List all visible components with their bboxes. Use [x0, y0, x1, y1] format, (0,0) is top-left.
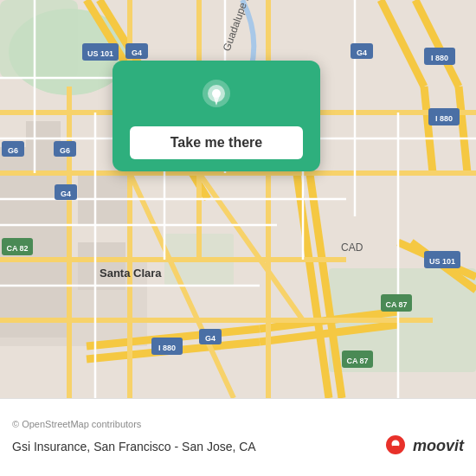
- svg-text:CA 87: CA 87: [385, 300, 407, 309]
- svg-text:I 880: I 880: [158, 344, 176, 352]
- attribution-text: © OpenStreetMap contributors: [12, 419, 464, 429]
- svg-text:G4: G4: [61, 190, 71, 198]
- location-label: Gsi Insurance, San Francisco - San Jose,…: [12, 440, 375, 453]
- location-row: Gsi Insurance, San Francisco - San Jose,…: [12, 433, 464, 460]
- popup-card: Take me there: [113, 61, 320, 171]
- svg-text:G6: G6: [8, 146, 18, 155]
- svg-text:G6: G6: [60, 146, 70, 155]
- moovit-brand-text: moovit: [413, 437, 464, 455]
- svg-text:US 101: US 101: [87, 49, 113, 58]
- svg-text:G4: G4: [205, 334, 215, 343]
- svg-text:Santa Clara: Santa Clara: [100, 267, 162, 280]
- moovit-pin-icon: [382, 433, 409, 460]
- svg-text:CA 87: CA 87: [346, 357, 368, 365]
- svg-text:CAD: CAD: [341, 241, 363, 254]
- svg-text:CA 82: CA 82: [6, 244, 28, 253]
- svg-text:US 101: US 101: [429, 257, 455, 266]
- map-container: Guadalupe River Santa Clara I 880 I 880 …: [0, 0, 476, 398]
- svg-text:G4: G4: [132, 48, 142, 57]
- moovit-logo: moovit: [382, 433, 464, 460]
- svg-text:I 880: I 880: [431, 54, 448, 62]
- take-me-there-button[interactable]: Take me there: [130, 126, 303, 159]
- popup-pin-icon: [196, 76, 237, 118]
- bottom-bar: © OpenStreetMap contributors Gsi Insuran…: [0, 398, 476, 476]
- svg-text:I 880: I 880: [435, 114, 453, 123]
- svg-rect-2: [0, 0, 78, 78]
- svg-text:G4: G4: [357, 48, 367, 57]
